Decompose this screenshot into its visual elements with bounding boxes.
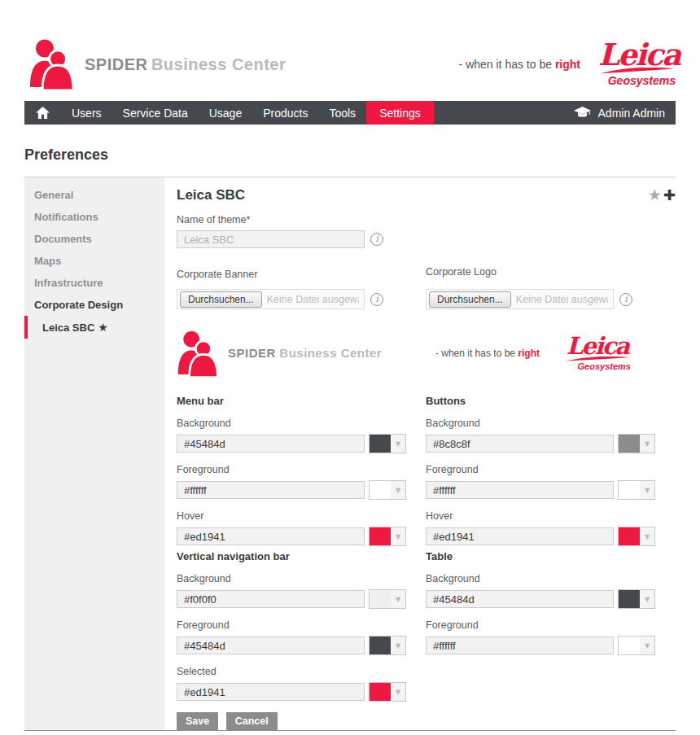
info-icon[interactable]: i xyxy=(370,233,383,246)
color-swatch xyxy=(619,637,640,654)
browse-button[interactable]: Durchsuchen... xyxy=(429,291,511,308)
section-vertical-nav: Vertical navigation bar Background ▼ For… xyxy=(177,546,406,702)
color-picker-dropdown[interactable]: ▼ xyxy=(618,434,655,453)
color-picker-dropdown[interactable]: ▼ xyxy=(369,682,406,702)
section-menu-bar: Menu bar Background ▼ Foreground ▼ xyxy=(177,391,406,546)
color-picker-dropdown[interactable]: ▼ xyxy=(618,589,655,609)
buttons-hover-input[interactable] xyxy=(426,527,614,545)
app-header: SPIDER Business Center - when it has to … xyxy=(0,0,700,101)
cancel-button[interactable]: Cancel xyxy=(226,712,278,730)
color-swatch xyxy=(370,637,391,654)
corporate-logo-file-input[interactable]: Durchsuchen... Keine Datei ausgewä xyxy=(426,289,614,309)
buttons-foreground-input[interactable] xyxy=(426,481,614,499)
nav-item-products[interactable]: Products xyxy=(252,101,318,125)
main-navbar: Users Service Data Usage Products Tools … xyxy=(24,101,676,125)
color-swatch xyxy=(619,435,640,453)
color-picker-dropdown[interactable]: ▼ xyxy=(618,636,655,655)
main-area: General Notifications Documents Maps Inf… xyxy=(24,177,676,731)
nav-item-settings[interactable]: Settings xyxy=(366,101,434,125)
leica-logo-subtext: Geosystems xyxy=(598,74,676,87)
color-picker-dropdown[interactable]: ▼ xyxy=(369,480,406,500)
info-icon[interactable]: i xyxy=(370,293,383,306)
nav-item-users[interactable]: Users xyxy=(61,101,112,125)
brand-subtitle: Business Center xyxy=(151,55,286,73)
sidebar-item-maps[interactable]: Maps xyxy=(24,250,164,272)
section-buttons: Buttons Background ▼ Foreground ▼ xyxy=(426,391,655,546)
color-swatch xyxy=(370,683,391,701)
home-icon[interactable] xyxy=(24,101,61,125)
brand-text: SPIDER Business Center xyxy=(228,346,382,361)
user-name: Admin Admin xyxy=(598,107,665,120)
sidebar-item-corporate-design[interactable]: Corporate Design xyxy=(24,294,164,316)
brand-tagline: - when it has to be right xyxy=(459,58,580,71)
color-swatch xyxy=(619,481,640,499)
sidebar-item-leica-sbc[interactable]: Leica SBC★ xyxy=(24,316,164,339)
nav-item-usage[interactable]: Usage xyxy=(199,101,252,125)
chevron-down-icon: ▼ xyxy=(391,590,405,608)
chevron-down-icon: ▼ xyxy=(391,683,405,701)
vnav-selected-input[interactable] xyxy=(177,683,365,701)
leica-geosystems-logo: Leica Geosystems xyxy=(564,336,631,371)
sidebar-item-infrastructure[interactable]: Infrastructure xyxy=(24,272,164,294)
spider-brand: SPIDER Business Center xyxy=(28,38,286,90)
spider-people-icon xyxy=(28,38,75,90)
info-icon[interactable]: i xyxy=(619,293,632,306)
user-menu[interactable]: Admin Admin xyxy=(563,101,676,125)
color-picker-dropdown[interactable]: ▼ xyxy=(369,527,406,546)
spider-people-icon xyxy=(177,330,219,378)
chevron-down-icon: ▼ xyxy=(640,637,654,654)
color-swatch xyxy=(619,527,640,545)
browse-button[interactable]: Durchsuchen... xyxy=(180,291,262,308)
color-picker-dropdown[interactable]: ▼ xyxy=(618,527,655,546)
sidebar-item-notifications[interactable]: Notifications xyxy=(24,206,164,228)
vnav-foreground-input[interactable] xyxy=(177,637,365,654)
color-swatch xyxy=(619,590,640,608)
nav-item-tools[interactable]: Tools xyxy=(318,101,366,125)
section-table: Table Background ▼ Foreground ▼ xyxy=(426,546,655,702)
graduation-cap-icon xyxy=(574,107,591,119)
chevron-down-icon: ▼ xyxy=(391,637,405,654)
chevron-down-icon: ▼ xyxy=(640,435,654,453)
buttons-background-input[interactable] xyxy=(426,435,614,453)
leica-geosystems-logo: Leica Geosystems xyxy=(598,42,676,87)
page-title: Preferences xyxy=(24,147,700,164)
menubar-hover-input[interactable] xyxy=(177,527,365,545)
sidebar-item-documents[interactable]: Documents xyxy=(24,228,164,250)
table-background-input[interactable] xyxy=(426,590,614,608)
theme-editor: Leica SBC ★ ✚ Name of theme* i Corporate… xyxy=(164,177,676,730)
chevron-down-icon: ▼ xyxy=(640,527,654,545)
table-foreground-input[interactable] xyxy=(426,637,614,654)
menubar-background-input[interactable] xyxy=(177,435,365,453)
no-file-chosen-text: Keine Datei ausgewä xyxy=(267,294,359,305)
color-picker-dropdown[interactable]: ▼ xyxy=(618,480,655,500)
corporate-banner-preview: SPIDER Business Center - when it has to … xyxy=(177,322,676,384)
chevron-down-icon: ▼ xyxy=(640,590,654,608)
color-swatch xyxy=(370,527,391,545)
corporate-banner-label: Corporate Banner xyxy=(177,269,426,280)
corporate-banner-file-input[interactable]: Durchsuchen... Keine Datei ausgewä xyxy=(177,289,365,309)
brand-text: SPIDER Business Center xyxy=(85,55,286,74)
add-theme-icon[interactable]: ✚ xyxy=(663,187,676,203)
color-picker-dropdown[interactable]: ▼ xyxy=(369,636,406,655)
chevron-down-icon: ▼ xyxy=(391,481,405,499)
name-of-theme-input[interactable] xyxy=(177,230,365,248)
color-swatch xyxy=(370,481,391,499)
chevron-down-icon: ▼ xyxy=(391,435,405,453)
no-file-chosen-text: Keine Datei ausgewä xyxy=(516,294,608,305)
vnav-background-input[interactable] xyxy=(177,590,365,608)
theme-title: Leica SBC xyxy=(177,187,245,203)
brand-tagline: - when it has to be right xyxy=(435,348,540,359)
footer: Help | API | About xyxy=(24,731,676,735)
color-picker-dropdown[interactable]: ▼ xyxy=(369,589,406,609)
corporate-logo-label: Corporate Logo xyxy=(426,266,497,278)
preferences-sidebar: General Notifications Documents Maps Inf… xyxy=(24,177,164,730)
sidebar-item-general[interactable]: General xyxy=(24,184,164,206)
favorite-star-icon[interactable]: ★ xyxy=(648,187,662,203)
brand-title: SPIDER xyxy=(85,55,147,73)
chevron-down-icon: ▼ xyxy=(640,481,654,499)
nav-item-service-data[interactable]: Service Data xyxy=(112,101,199,125)
menubar-foreground-input[interactable] xyxy=(177,481,365,499)
color-swatch xyxy=(370,435,391,453)
color-picker-dropdown[interactable]: ▼ xyxy=(369,434,406,453)
save-button[interactable]: Save xyxy=(177,712,218,730)
